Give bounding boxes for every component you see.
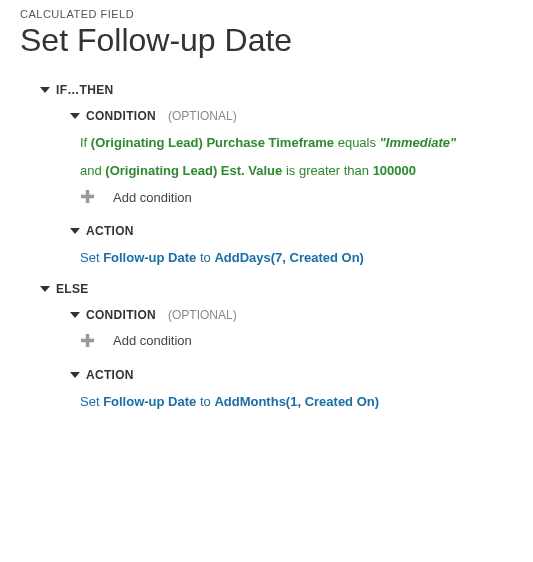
action-header[interactable]: ACTION xyxy=(70,224,513,238)
condition-value: 100000 xyxy=(373,163,416,178)
optional-label: (OPTIONAL) xyxy=(168,308,237,322)
chevron-down-icon xyxy=(70,372,80,378)
condition-prefix: If xyxy=(80,135,91,150)
add-condition-button[interactable]: ✚ Add condition xyxy=(80,188,513,206)
plus-icon: ✚ xyxy=(80,188,95,206)
chevron-down-icon xyxy=(70,312,80,318)
condition-value: "Immediate" xyxy=(380,135,457,150)
chevron-down-icon xyxy=(70,113,80,119)
else-action-row[interactable]: Set Follow-up Date to AddMonths(1, Creat… xyxy=(80,392,513,412)
action-row-1[interactable]: Set Follow-up Date to AddDays(7, Created… xyxy=(80,248,513,268)
chevron-down-icon xyxy=(40,286,50,292)
chevron-down-icon xyxy=(40,87,50,93)
condition-header[interactable]: CONDITION (OPTIONAL) xyxy=(70,109,513,123)
action-set: Set xyxy=(80,394,103,409)
if-then-header[interactable]: IF…THEN xyxy=(40,83,513,97)
plus-icon: ✚ xyxy=(80,332,95,350)
action-label: ACTION xyxy=(86,224,134,238)
else-action-header[interactable]: ACTION xyxy=(70,368,513,382)
overline-label: CALCULATED FIELD xyxy=(20,8,513,20)
action-to: to xyxy=(196,250,214,265)
page-title: Set Follow-up Date xyxy=(20,22,513,59)
condition-label: CONDITION xyxy=(86,308,156,322)
action-target: Follow-up Date xyxy=(103,394,196,409)
condition-field: (Originating Lead) Purchase Timeframe xyxy=(91,135,334,150)
condition-row-1[interactable]: If (Originating Lead) Purchase Timeframe… xyxy=(80,133,513,153)
else-condition-header[interactable]: CONDITION (OPTIONAL) xyxy=(70,308,513,322)
action-func: AddDays(7, Created On) xyxy=(214,250,364,265)
if-then-label: IF…THEN xyxy=(56,83,113,97)
action-set: Set xyxy=(80,250,103,265)
condition-row-2[interactable]: and (Originating Lead) Est. Value is gre… xyxy=(80,161,513,181)
else-header[interactable]: ELSE xyxy=(40,282,513,296)
else-label: ELSE xyxy=(56,282,89,296)
condition-operator: is greater than xyxy=(282,163,372,178)
action-label: ACTION xyxy=(86,368,134,382)
condition-label: CONDITION xyxy=(86,109,156,123)
optional-label: (OPTIONAL) xyxy=(168,109,237,123)
chevron-down-icon xyxy=(70,228,80,234)
condition-prefix: and xyxy=(80,163,105,178)
condition-field: (Originating Lead) Est. Value xyxy=(105,163,282,178)
condition-operator: equals xyxy=(334,135,380,150)
else-add-condition-button[interactable]: ✚ Add condition xyxy=(80,332,513,350)
add-condition-label: Add condition xyxy=(113,333,192,348)
action-target: Follow-up Date xyxy=(103,250,196,265)
action-to: to xyxy=(196,394,214,409)
action-func: AddMonths(1, Created On) xyxy=(214,394,379,409)
add-condition-label: Add condition xyxy=(113,190,192,205)
